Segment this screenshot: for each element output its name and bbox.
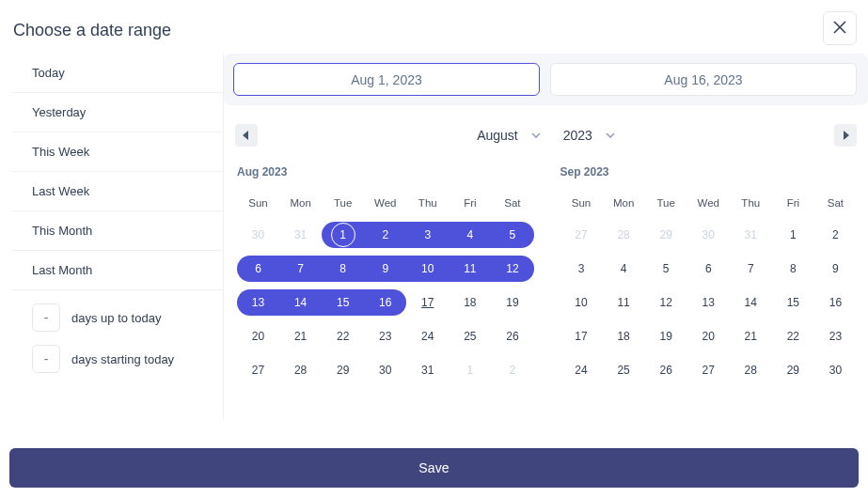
end-date-field[interactable]: Aug 16, 2023 (550, 63, 857, 96)
day-cell[interactable]: 10 (406, 256, 449, 282)
year-select[interactable]: 2023 (556, 128, 623, 143)
weekday-header: Thu (406, 192, 449, 218)
date-inputs-row: Aug 1, 2023 Aug 16, 2023 (224, 54, 868, 105)
day-cell[interactable]: 5 (645, 256, 687, 282)
chevron-down-icon (531, 131, 541, 140)
day-cell[interactable]: 17 (560, 323, 603, 349)
day-cell[interactable]: 30 (364, 357, 406, 383)
day-cell[interactable]: 5 (491, 222, 533, 248)
day-cell[interactable]: 8 (772, 256, 814, 282)
day-cell[interactable]: 29 (322, 357, 364, 383)
day-cell[interactable]: 18 (449, 289, 491, 316)
day-cell[interactable]: 28 (730, 357, 772, 383)
preset-item[interactable]: This Month (11, 211, 223, 251)
month-label: Aug 2023 (237, 165, 534, 179)
day-cell[interactable]: 20 (687, 323, 730, 349)
weekday-header: Tue (645, 192, 687, 218)
preset-item[interactable]: Last Week (11, 172, 223, 211)
day-cell[interactable]: 23 (364, 323, 406, 349)
day-cell[interactable]: 14 (279, 289, 322, 316)
day-cell[interactable]: 21 (279, 323, 322, 349)
weekday-header: Sun (560, 192, 603, 218)
day-cell[interactable]: 16 (814, 289, 857, 316)
day-cell[interactable]: 29 (645, 222, 687, 248)
days-input[interactable] (32, 345, 60, 373)
weekday-header: Sat (814, 192, 857, 218)
day-cell[interactable]: 30 (237, 222, 279, 248)
day-cell[interactable]: 4 (603, 256, 645, 282)
day-cell[interactable]: 2 (814, 222, 857, 248)
day-cell[interactable]: 30 (814, 357, 857, 383)
day-cell[interactable]: 27 (687, 357, 730, 383)
next-month-button[interactable] (834, 124, 857, 147)
day-cell[interactable]: 1 (772, 222, 814, 248)
day-cell[interactable]: 4 (449, 222, 491, 248)
day-cell[interactable]: 25 (449, 323, 491, 349)
weekday-header: Mon (279, 192, 322, 218)
days-preset-row: days up to today (32, 303, 215, 332)
start-date-field[interactable]: Aug 1, 2023 (233, 63, 540, 96)
preset-item[interactable]: Last Month (11, 251, 223, 289)
day-cell[interactable]: 28 (279, 357, 322, 383)
days-input[interactable] (32, 303, 60, 332)
day-cell[interactable]: 24 (560, 357, 603, 383)
day-cell[interactable]: 9 (814, 256, 857, 282)
day-cell[interactable]: 27 (237, 357, 279, 383)
day-cell[interactable]: 16 (364, 289, 406, 316)
day-cell[interactable]: 1 (322, 222, 364, 248)
day-cell[interactable]: 25 (603, 357, 645, 383)
day-cell[interactable]: 22 (772, 323, 814, 349)
preset-item[interactable]: Yesterday (11, 93, 223, 132)
close-icon (833, 21, 846, 37)
day-cell[interactable]: 15 (772, 289, 814, 316)
day-cell[interactable]: 22 (322, 323, 364, 349)
day-cell[interactable]: 11 (603, 289, 645, 316)
day-cell[interactable]: 28 (603, 222, 645, 248)
preset-item[interactable]: This Week (11, 132, 223, 172)
save-button[interactable]: Save (9, 448, 859, 488)
day-cell[interactable]: 12 (491, 256, 533, 282)
day-cell[interactable]: 7 (279, 256, 322, 282)
day-cell[interactable]: 31 (406, 357, 449, 383)
svg-marker-2 (243, 131, 248, 140)
day-cell[interactable]: 17 (406, 289, 449, 316)
day-cell[interactable]: 3 (560, 256, 603, 282)
day-cell[interactable]: 7 (730, 256, 772, 282)
day-cell[interactable]: 27 (560, 222, 603, 248)
day-cell[interactable]: 3 (406, 222, 449, 248)
day-cell[interactable]: 24 (406, 323, 449, 349)
day-cell[interactable]: 9 (364, 256, 406, 282)
day-cell[interactable]: 6 (237, 256, 279, 282)
day-cell[interactable]: 20 (237, 323, 279, 349)
day-cell[interactable]: 23 (814, 323, 857, 349)
day-cell[interactable]: 13 (687, 289, 730, 316)
day-cell[interactable]: 19 (491, 289, 533, 316)
day-cell[interactable]: 29 (772, 357, 814, 383)
weekday-header: Fri (772, 192, 814, 218)
day-cell[interactable]: 19 (645, 323, 687, 349)
month-select[interactable]: August (469, 128, 548, 143)
day-cell[interactable]: 10 (560, 289, 603, 316)
close-button[interactable] (823, 11, 857, 45)
day-cell[interactable]: 11 (449, 256, 491, 282)
weekday-header: Fri (449, 192, 491, 218)
prev-month-button[interactable] (235, 124, 258, 147)
day-cell[interactable]: 2 (491, 357, 533, 383)
day-cell[interactable]: 8 (322, 256, 364, 282)
day-cell[interactable]: 18 (603, 323, 645, 349)
day-cell[interactable]: 2 (364, 222, 406, 248)
day-cell[interactable]: 26 (645, 357, 687, 383)
day-cell[interactable]: 15 (322, 289, 364, 316)
preset-item[interactable]: Today (11, 54, 223, 93)
day-cell[interactable]: 31 (279, 222, 322, 248)
day-cell[interactable]: 1 (449, 357, 491, 383)
day-cell[interactable]: 30 (687, 222, 730, 248)
day-cell[interactable]: 13 (237, 289, 279, 316)
day-cell[interactable]: 14 (730, 289, 772, 316)
day-cell[interactable]: 6 (687, 256, 730, 282)
day-cell[interactable]: 31 (730, 222, 772, 248)
day-cell[interactable]: 12 (645, 289, 687, 316)
month-select-label: August (477, 128, 518, 143)
day-cell[interactable]: 21 (730, 323, 772, 349)
day-cell[interactable]: 26 (491, 323, 533, 349)
